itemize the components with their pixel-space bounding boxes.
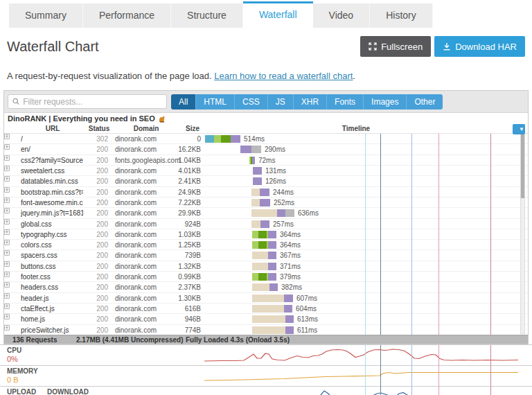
timeline-options-button[interactable]: ▼	[513, 124, 525, 134]
waterfall-bar[interactable]	[252, 305, 292, 313]
request-size: 0.99KB	[161, 273, 201, 281]
table-row[interactable]: +jquery.min.js?t=16818...200dinorank.com…	[4, 208, 528, 218]
vertical-scrollbar[interactable]	[520, 124, 525, 334]
bar-segment-wait	[269, 283, 278, 291]
expand-plus-icon[interactable]: +	[4, 240, 10, 245]
fullscreen-button[interactable]: Fullscreen	[360, 36, 431, 57]
timeline-marker	[490, 345, 491, 395]
expand-plus-icon[interactable]: +	[4, 314, 10, 319]
table-row[interactable]: +datatables.min.css200dinorank.com2.41KB…	[4, 176, 528, 186]
waterfall-help-link[interactable]: Learn how to read a waterfall chart	[214, 71, 353, 81]
waterfall-bar[interactable]	[240, 146, 261, 153]
request-url: priceSwitcher.js	[21, 326, 83, 334]
tab-performance[interactable]: Performance	[83, 3, 171, 28]
table-row[interactable]: +typography.css200dinorank.com1.03KB364m…	[4, 229, 528, 240]
cpu-graph: CPU 0%	[0, 344, 532, 365]
table-row[interactable]: +buttons.css200dinorank.com1.32KB371ms	[4, 261, 528, 272]
waterfall-bar[interactable]	[252, 252, 276, 259]
column-header-size[interactable]: Size	[175, 125, 211, 132]
waterfall-bar[interactable]	[252, 231, 276, 238]
filter-button-group: AllHTMLCSSJSXHRFontsImagesOther	[171, 94, 443, 109]
request-size: 7.22KB	[161, 199, 201, 207]
column-header-domain[interactable]: Domain	[122, 125, 170, 132]
download-har-button[interactable]: Download HAR	[434, 36, 525, 57]
scrollbar-thumb[interactable]	[521, 134, 524, 198]
expand-plus-icon[interactable]: +	[4, 325, 10, 331]
waterfall-bar[interactable]	[251, 220, 269, 228]
dino-icon	[158, 115, 166, 123]
expand-plus-icon[interactable]: +	[4, 187, 10, 193]
filter-button-js[interactable]: JS	[268, 94, 294, 109]
tab-structure[interactable]: Structure	[171, 3, 243, 28]
filter-button-images[interactable]: Images	[364, 94, 407, 109]
table-row[interactable]: +ctaEffect.js200dinorank.com616B604ms	[4, 304, 528, 314]
waterfall-bar[interactable]	[205, 135, 240, 143]
table-row[interactable]: +priceSwitcher.js200dinorank.com774B611m…	[4, 325, 528, 335]
table-row[interactable]: +en/200dinorank.com16.2KB290ms	[4, 144, 528, 155]
table-row[interactable]: +spacers.css200dinorank.com739B367ms	[4, 250, 528, 261]
table-row[interactable]: +bootstrap.min.css?t=...200dinorank.com2…	[4, 187, 528, 198]
request-time: 604ms	[296, 305, 317, 313]
table-row[interactable]: +footer.css200dinorank.com0.99KB379ms	[4, 272, 528, 282]
expand-plus-icon[interactable]: +	[4, 261, 10, 267]
filter-button-xhr[interactable]: XHR	[294, 94, 327, 109]
filter-requests-input[interactable]	[23, 97, 162, 107]
filter-button-css[interactable]: CSS	[235, 94, 268, 109]
request-time: 613ms	[297, 315, 318, 323]
table-row[interactable]: +header.js200dinorank.com1.30KB607ms	[4, 293, 528, 304]
waterfall-bar[interactable]	[253, 177, 262, 185]
tab-video[interactable]: Video	[313, 3, 371, 28]
waterfall-bar[interactable]	[253, 167, 262, 175]
request-time: 607ms	[296, 295, 317, 302]
column-header-status[interactable]: Status	[82, 125, 116, 132]
bar-segment-connect	[252, 231, 258, 238]
table-row[interactable]: +font-awesome.min.css200dinorank.com7.22…	[4, 198, 528, 208]
column-header-timeline[interactable]: Timeline	[209, 125, 504, 132]
waterfall-bar[interactable]	[252, 315, 294, 323]
waterfall-bar[interactable]	[252, 273, 276, 281]
expand-plus-icon[interactable]: +	[4, 198, 10, 203]
table-row[interactable]: +home.js200dinorank.com946B613ms	[4, 314, 528, 324]
table-row[interactable]: +css2?family=Source+...200fonts.googleap…	[4, 155, 528, 166]
filter-button-html[interactable]: HTML	[196, 94, 235, 109]
column-header-url[interactable]: URL	[25, 125, 80, 132]
expand-plus-icon[interactable]: +	[4, 134, 10, 139]
expand-plus-icon[interactable]: +	[4, 272, 10, 277]
timeline-marker	[411, 345, 412, 395]
waterfall-bar[interactable]	[251, 199, 270, 207]
filter-bar: AllHTMLCSSJSXHRFontsImagesOther	[4, 91, 528, 113]
expand-plus-icon[interactable]: +	[4, 208, 10, 213]
expand-plus-icon[interactable]: +	[4, 219, 10, 225]
waterfall-bar[interactable]	[251, 209, 294, 217]
waterfall-bar[interactable]	[252, 326, 294, 334]
expand-plus-icon[interactable]: +	[4, 144, 10, 150]
table-row[interactable]: +/302dinorank.com0514ms	[4, 134, 528, 144]
waterfall-bar[interactable]	[252, 283, 278, 291]
filter-button-other[interactable]: Other	[407, 94, 443, 109]
cpu-label: CPU	[7, 346, 21, 354]
expand-plus-icon[interactable]: +	[4, 293, 10, 299]
expand-plus-icon[interactable]: +	[4, 176, 10, 182]
filter-button-fonts[interactable]: Fonts	[327, 94, 364, 109]
tab-history[interactable]: History	[370, 3, 433, 28]
waterfall-bar[interactable]	[252, 295, 293, 302]
tab-summary[interactable]: Summary	[9, 3, 83, 28]
expand-plus-icon[interactable]: +	[4, 155, 10, 161]
waterfall-bar[interactable]	[252, 241, 276, 249]
table-row[interactable]: +headers.css200dinorank.com2.37KB382ms	[4, 282, 528, 292]
waterfall-bar[interactable]	[249, 157, 255, 164]
table-row[interactable]: +colors.css200dinorank.com1.25KB364ms	[4, 240, 528, 250]
expand-plus-icon[interactable]: +	[4, 250, 10, 256]
expand-plus-icon[interactable]: +	[4, 229, 10, 235]
filter-button-all[interactable]: All	[171, 94, 196, 109]
expand-plus-icon[interactable]: +	[4, 166, 10, 171]
expand-plus-icon[interactable]: +	[4, 304, 10, 309]
filter-input-wrap[interactable]	[8, 94, 167, 109]
waterfall-bar[interactable]	[251, 188, 269, 196]
table-row[interactable]: +sweetalert.css200dinorank.com4.01KB131m…	[4, 166, 528, 176]
request-time: 382ms	[281, 283, 302, 291]
tab-waterfall[interactable]: Waterfall	[243, 1, 313, 28]
expand-plus-icon[interactable]: +	[4, 282, 10, 288]
table-row[interactable]: +global.css200dinorank.com924B257ms	[4, 219, 528, 229]
waterfall-bar[interactable]	[252, 263, 276, 270]
